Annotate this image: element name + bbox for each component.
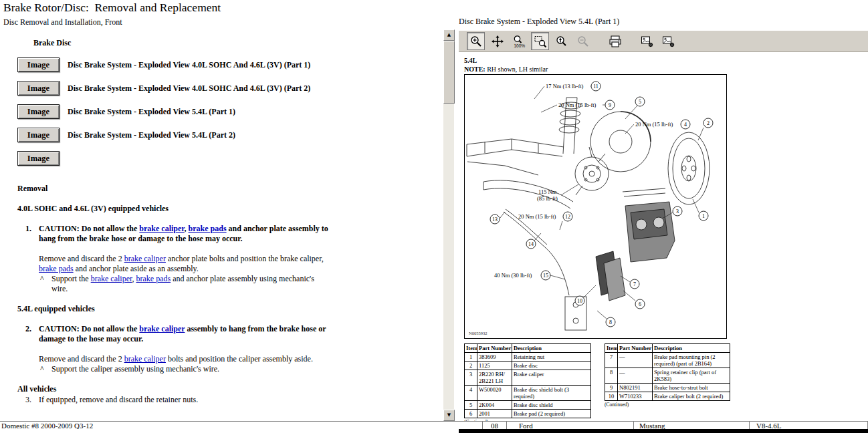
svg-text:13: 13: [492, 216, 498, 223]
print-icon: [609, 35, 622, 48]
image-link-label[interactable]: Disc Brake System - Exploded View 5.4L (…: [68, 130, 235, 140]
zoom-window-button[interactable]: [531, 32, 549, 50]
image-link-label[interactable]: Disc Brake System - Exploded View 4.0L S…: [68, 60, 310, 70]
image-button[interactable]: Image: [17, 81, 60, 96]
parts-tables: ItemPart NumberDescription1383609Retaini…: [464, 343, 865, 417]
callout-11: 11: [591, 82, 601, 91]
leader-line: [597, 311, 607, 319]
image-button[interactable]: Image: [17, 128, 60, 142]
subnote-marker: ^: [40, 364, 51, 374]
scroll-thumb[interactable]: [443, 41, 455, 104]
caution-text: CAUTION: Do not allow the brake caliper,…: [39, 224, 341, 244]
callout-8: 8: [606, 317, 615, 327]
image-link-row: Image Disc Brake System - Exploded View …: [17, 104, 442, 119]
brake-caliper-link[interactable]: brake caliper: [91, 274, 132, 283]
zoom-out-button[interactable]: [574, 32, 592, 50]
torque-label: 115 Nm: [538, 188, 557, 195]
image-options-button[interactable]: [638, 32, 656, 50]
svg-text:10: 10: [577, 298, 582, 304]
svg-text:2: 2: [707, 120, 710, 126]
image-button[interactable]: Image: [17, 57, 60, 72]
table-row: 1383609Retaining nut: [465, 353, 591, 362]
engine-label: 5.4L: [464, 57, 477, 64]
status-catalog: Domestic #8 2000-2009 Q3-12: [0, 422, 483, 429]
svg-text:14: 14: [528, 241, 534, 247]
parts-table-container: ItemPart NumberDescription1383609Retaini…: [464, 343, 591, 425]
image-link-label[interactable]: Disc Brake System - Exploded View 4.0L S…: [68, 84, 310, 94]
image-button[interactable]: Image: [17, 151, 60, 166]
leader-line: [500, 212, 505, 218]
callout-14: 14: [526, 239, 536, 249]
callout-6: 6: [635, 299, 645, 309]
callout-5: 5: [635, 97, 645, 106]
torque-label: 20 Nm (15 lb-ft): [558, 102, 596, 108]
image-button[interactable]: Image: [17, 104, 60, 119]
brake-caliper-link[interactable]: brake caliper: [139, 224, 184, 233]
scroll-up-button[interactable]: ▲: [443, 29, 455, 41]
all-vehicles-heading: All vehicles: [17, 384, 442, 394]
torque-label: 20 Nm (15 lb-ft): [518, 213, 556, 220]
step-number: 3.: [25, 395, 39, 405]
image-viewer: 5.4L NOTE: RH shown, LH similar: [459, 52, 868, 421]
step-subnote: ^ Support the brake caliper, brake pads …: [39, 274, 341, 294]
column-header: Item: [605, 344, 618, 353]
callout-13: 13: [490, 214, 500, 224]
leader-line: [541, 105, 557, 112]
leader-line: [698, 128, 703, 140]
callout-9: 9: [605, 100, 615, 110]
callout-12: 12: [563, 212, 572, 221]
status-year: 08: [483, 422, 507, 429]
zoom-dynamic-button[interactable]: [552, 32, 570, 50]
callout-1: 1: [699, 211, 708, 221]
callout-4: 4: [681, 120, 690, 129]
torque-label: 20 Nm (15 lb-ft): [635, 121, 673, 128]
step-paragraph: Remove and discard the 2 brake caliper a…: [39, 254, 341, 274]
step-subnote: ^ Support the caliper assembly using mec…: [39, 364, 341, 374]
table-continued-note: (Continued): [605, 402, 730, 408]
brake-pads-link[interactable]: brake pads: [39, 264, 74, 273]
callout-7: 7: [630, 279, 639, 289]
zoom-window-icon: [534, 35, 547, 48]
print-button[interactable]: [606, 32, 624, 50]
status-engine: V8-4.6L: [750, 422, 868, 429]
svg-text:100%: 100%: [514, 43, 525, 47]
callout-2: 2: [703, 118, 713, 128]
bottom-strip: [459, 429, 868, 433]
brake-caliper-link[interactable]: brake caliper: [124, 354, 166, 364]
image-export-button[interactable]: [659, 32, 677, 50]
brake-pads-link[interactable]: brake pads: [136, 274, 171, 283]
leader-line: [584, 285, 596, 297]
svg-text:1: 1: [702, 213, 705, 219]
scroll-down-button[interactable]: ▼: [443, 410, 455, 421]
column-header: Description: [512, 344, 591, 353]
exploded-view-diagram[interactable]: 17 Nm (13 lb-ft)20 Nm (15 lb-ft)20 Nm (1…: [464, 74, 727, 339]
callout-3: 3: [673, 206, 682, 216]
callout-layer: 17 Nm (13 lb-ft)20 Nm (15 lb-ft)20 Nm (1…: [469, 82, 713, 335]
zoom-in-icon: [469, 35, 483, 48]
step-number: 2.: [25, 324, 39, 374]
svg-text:9: 9: [609, 102, 611, 108]
table-row: 4W500020Brake disc shield bolt (3 requir…: [465, 386, 591, 401]
leader-line: [625, 124, 634, 134]
zoom-100-button[interactable]: 100%: [510, 32, 528, 50]
diagram-note: NOTE: RH shown, LH similar: [464, 65, 548, 73]
step-3: 3. If equipped, remove and discard the r…: [25, 395, 442, 405]
brake-caliper-link[interactable]: brake caliper: [124, 254, 166, 263]
brake-caliper-link[interactable]: brake caliper: [139, 324, 185, 333]
svg-text:8: 8: [609, 319, 612, 325]
callout-10: 10: [575, 296, 584, 305]
torque-label: 40 Nm (30 lb-ft): [494, 272, 532, 279]
brake-pads-link[interactable]: brake pads: [189, 224, 227, 233]
image-link-row: Image Disc Brake System - Exploded View …: [17, 128, 442, 142]
zoom-in-button[interactable]: [467, 32, 485, 50]
pan-icon: [491, 35, 504, 48]
page-header: Brake Rotor/Disc: Removal and Replacemen…: [0, 0, 868, 29]
pan-button[interactable]: [488, 32, 506, 50]
svg-text:15: 15: [543, 273, 548, 279]
engine-variant-heading: 5.4L equipped vehicles: [17, 304, 442, 314]
leader-line: [550, 275, 565, 279]
table-row: 62001Brake pad (2 required): [465, 410, 591, 418]
article-scrollbar[interactable]: ▲ ▼: [443, 29, 454, 421]
image-link-label[interactable]: Disc Brake System - Exploded View 5.4L (…: [68, 107, 235, 117]
removal-heading: Removal: [17, 184, 442, 194]
